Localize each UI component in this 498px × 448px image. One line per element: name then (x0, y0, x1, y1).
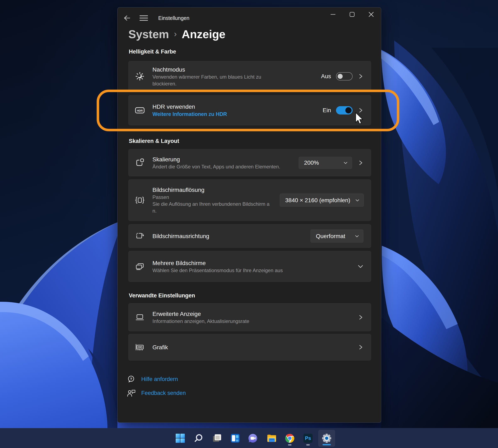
orientation-dropdown-value: Querformat (316, 233, 345, 239)
taskbar-start-button[interactable] (172, 430, 189, 447)
close-icon (369, 12, 374, 17)
settings-gear-icon (321, 433, 332, 443)
maximize-button[interactable] (342, 7, 362, 21)
taskbar-widgets-button[interactable] (227, 430, 243, 447)
hamburger-icon (140, 15, 148, 21)
chevron-right-icon (358, 160, 363, 165)
row-subtitle-line1: Verwenden wärmerer Farben, um blaues Lic… (152, 73, 261, 80)
breadcrumb: System › Anzeige (129, 28, 225, 41)
mouse-cursor (355, 112, 365, 126)
toggle-state-label: Aus (321, 73, 331, 80)
row-title: Mehrere Bildschirme (152, 259, 283, 267)
row-skalierung[interactable]: Skalierung Ändert die Größe von Text, Ap… (129, 149, 371, 176)
breadcrumb-separator-icon: › (174, 29, 177, 39)
chevron-down-icon (343, 161, 348, 165)
feedback-icon (127, 388, 136, 398)
get-help-link[interactable]: ? Hilfe anfordern (127, 375, 178, 384)
help-icon: ? (127, 375, 136, 384)
row-text-grafik: Grafik (152, 343, 168, 351)
row-erweitert[interactable]: Erweiterte Anzeige Informationen anzeige… (129, 303, 371, 331)
chevron-down-icon (355, 234, 359, 238)
row-subtitle-line1: Passen (152, 194, 269, 201)
resolution-dropdown[interactable]: 3840 × 2160 (empfohlen) (280, 194, 364, 207)
resolution-dropdown-value: 3840 × 2160 (empfohlen) (285, 197, 350, 204)
taskbar-task-view-button[interactable] (209, 430, 225, 447)
send-feedback-label: Feedback senden (141, 390, 186, 396)
row-nachtmodus[interactable]: Nachtmodus Verwenden wärmerer Farben, um… (129, 61, 371, 92)
active-indicator (322, 444, 331, 445)
highlight-annotation (97, 90, 399, 131)
row-text-skalierung: Skalierung Ändert die Größe von Text, Ap… (152, 156, 280, 170)
row-aufloesung[interactable]: Bildschirmauflösung Passen Sie die Auflö… (129, 179, 371, 221)
chrome-icon (285, 433, 295, 443)
get-help-label: Hilfe anfordern (141, 376, 178, 383)
night-light-icon (135, 71, 145, 81)
resolution-icon (135, 195, 145, 205)
row-text-mehrere: Mehrere Bildschirme Wählen Sie den Präse… (152, 259, 283, 274)
minimize-icon (330, 12, 336, 17)
taskbar: Ps (0, 428, 498, 448)
orientation-dropdown[interactable]: Querformat (310, 230, 363, 243)
row-subtitle: Ändert die Größe von Text, Apps und ande… (152, 163, 280, 170)
row-title: Bildschirmausrichtung (152, 232, 209, 240)
row-subtitle-line2: blockieren. (152, 80, 261, 87)
chevron-right-icon (358, 74, 363, 79)
row-grafik[interactable]: Grafik (129, 334, 371, 360)
back-arrow-icon (123, 15, 130, 21)
taskbar-chrome-button[interactable] (281, 430, 298, 447)
chevron-right-icon (358, 315, 363, 320)
row-text-erweitert: Erweiterte Anzeige Informationen anzeige… (152, 310, 249, 325)
photoshop-icon-label: Ps (305, 435, 311, 441)
search-icon (194, 433, 204, 443)
row-title: Bildschirmauflösung (152, 186, 269, 194)
row-subtitle-line2: Sie die Auflösung an Ihren verbundenen B… (152, 201, 269, 208)
graphics-icon (135, 342, 145, 352)
running-indicator (288, 444, 292, 446)
multiple-displays-icon (135, 262, 145, 272)
row-subtitle: Informationen anzeigen, Aktualisierungsr… (152, 318, 249, 325)
back-button[interactable] (123, 15, 130, 21)
photoshop-icon: Ps (303, 433, 313, 443)
taskbar-chat-button[interactable] (244, 430, 261, 447)
taskbar-settings-button[interactable] (318, 430, 335, 447)
row-text-ausrichtung: Bildschirmausrichtung (152, 232, 209, 240)
scale-dropdown-value: 200% (304, 160, 319, 166)
section-heading-scaling: Skalieren & Layout (129, 138, 179, 144)
chevron-down-icon (358, 264, 363, 270)
chevron-right-icon (358, 345, 363, 350)
scale-icon (135, 158, 145, 168)
send-feedback-link[interactable]: Feedback senden (127, 388, 186, 398)
row-title: Erweiterte Anzeige (152, 310, 249, 318)
scale-dropdown[interactable]: 200% (299, 157, 352, 169)
chevron-down-icon (355, 198, 359, 202)
file-explorer-icon (267, 433, 277, 443)
nachtmodus-toggle[interactable] (336, 72, 353, 80)
row-text-aufloesung: Bildschirmauflösung Passen Sie die Auflö… (152, 186, 269, 214)
task-view-icon (212, 433, 222, 443)
taskbar-file-explorer-button[interactable] (263, 430, 280, 447)
window-title: Einstellungen (158, 15, 189, 21)
row-text-nachtmodus: Nachtmodus Verwenden wärmerer Farben, um… (152, 66, 261, 87)
widgets-icon (230, 433, 240, 443)
navigation-menu-button[interactable] (140, 15, 148, 21)
breadcrumb-system[interactable]: System (129, 28, 169, 41)
chat-icon (248, 433, 258, 443)
row-title: Grafik (152, 343, 168, 351)
minimize-button[interactable] (323, 7, 342, 21)
taskbar-search-button[interactable] (190, 430, 207, 447)
taskbar-photoshop-button[interactable]: Ps (300, 430, 316, 447)
row-subtitle: Wählen Sie den Präsentationsmodus für Ih… (152, 267, 283, 274)
page-title: Anzeige (182, 28, 225, 41)
row-title: Nachtmodus (152, 66, 261, 73)
row-title: Skalierung (152, 156, 280, 163)
section-heading-brightness: Helligkeit & Farbe (129, 48, 176, 55)
running-indicator (306, 444, 310, 446)
close-button[interactable] (362, 7, 381, 21)
orientation-icon (135, 231, 145, 241)
desktop: Einstellungen System › Anzeige Helligkei… (0, 0, 498, 448)
row-mehrere[interactable]: Mehrere Bildschirme Wählen Sie den Präse… (129, 251, 371, 282)
settings-window: Einstellungen System › Anzeige Helligkei… (117, 7, 381, 423)
row-ausrichtung[interactable]: Bildschirmausrichtung Querformat (129, 224, 371, 248)
row-subtitle-line3: n. (152, 208, 269, 214)
maximize-icon (350, 12, 355, 17)
